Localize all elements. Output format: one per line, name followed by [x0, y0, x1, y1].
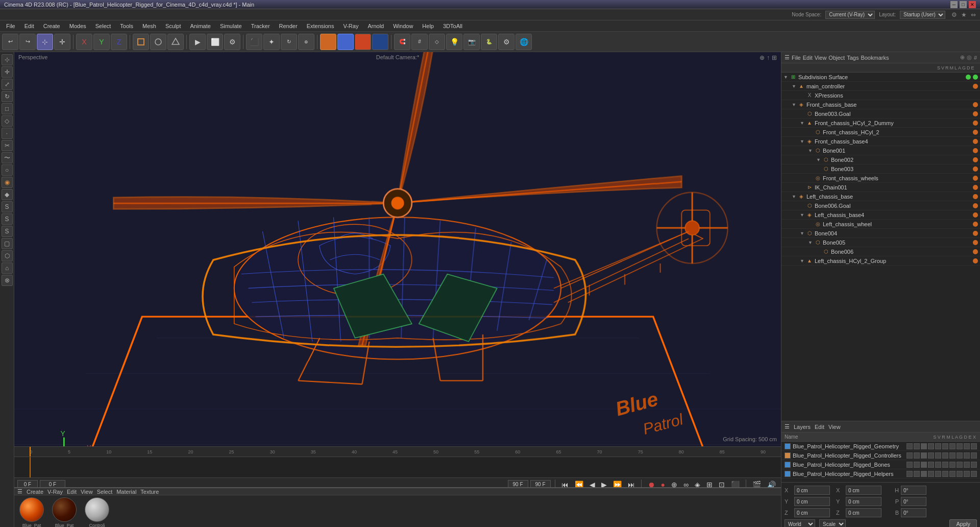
layers-view-menu[interactable]: View [828, 424, 841, 430]
lp-null-btn[interactable]: ⊗ [2, 275, 13, 286]
face-mode-button[interactable] [167, 34, 184, 50]
menu-edit[interactable]: Edit [20, 22, 38, 30]
vp-camera-icon[interactable]: ↑ [767, 54, 770, 61]
menu-animate[interactable]: Animate [186, 22, 215, 30]
viewport-canvas[interactable]: X Y Z [14, 52, 781, 446]
lp-sculpt-btn[interactable]: ◆ [2, 189, 13, 200]
om-tags-menu[interactable]: Tags [847, 55, 859, 61]
menu-arnold[interactable]: Arnold [363, 22, 388, 30]
om-item-bone003goal[interactable]: ⬡ Bone003.Goal [781, 109, 980, 118]
move-button[interactable]: ✛ [54, 34, 70, 50]
menu-window[interactable]: Window [389, 22, 417, 30]
lp-move-btn[interactable]: ✛ [2, 66, 13, 78]
lp-brush-btn[interactable]: ○ [2, 164, 13, 176]
mat-view-menu[interactable]: View [81, 489, 93, 495]
lp-point-btn[interactable]: · [2, 128, 13, 139]
lp-char-btn[interactable]: ⌂ [2, 262, 13, 274]
om-file-menu[interactable]: File [792, 55, 801, 61]
om-item-fcwheels[interactable]: ◎ Front_chassis_wheels [781, 174, 980, 183]
layers-list[interactable]: Blue_Patrol_Helicopter_Rigged_Geometry [781, 442, 980, 482]
om-item-lcb[interactable]: ▼ ◈ Left_chassis_base [781, 192, 980, 201]
om-item-subdivision[interactable]: ▼ ⊞ Subdivision Surface [781, 73, 980, 82]
vp-navigation-icon[interactable]: ⊕ [760, 54, 765, 61]
attr-y-size-input[interactable] [846, 497, 881, 506]
light-button[interactable]: 💡 [446, 34, 462, 50]
menu-mesh[interactable]: Mesh [138, 22, 160, 30]
om-bookmarks-menu[interactable]: Bookmarks [861, 55, 889, 61]
undo-button[interactable]: ↩ [2, 34, 18, 50]
om-edit-menu[interactable]: Edit [803, 55, 813, 61]
material-item-1[interactable]: Blue_Pat [17, 497, 46, 527]
scale-dropdown[interactable]: Scale Size [819, 519, 846, 527]
material-ball-2[interactable] [52, 497, 77, 522]
grid-button[interactable]: # [411, 34, 428, 50]
viewport[interactable]: ☰ View Cameras Display Filters Panel Per… [14, 52, 781, 446]
snap-button[interactable]: 🧲 [394, 34, 410, 50]
material-item-2[interactable]: Blue_Pat [50, 497, 79, 527]
mat-vray-menu[interactable]: V-Ray [47, 489, 63, 495]
lp-knife-btn[interactable]: ✂ [2, 140, 13, 151]
material-ball-1[interactable] [19, 497, 44, 522]
menu-simulate[interactable]: Simulate [216, 22, 246, 30]
om-item-front-chassis-base[interactable]: ▼ ◈ Front_chassis_base [781, 100, 980, 109]
attr-z-size-input[interactable] [846, 508, 881, 517]
layer-geometry[interactable]: Blue_Patrol_Helicopter_Rigged_Geometry [781, 442, 980, 451]
wireframe-button[interactable]: ◇ [429, 34, 445, 50]
lp-rig-btn[interactable]: S [2, 201, 13, 212]
om-object-menu[interactable]: Object [828, 55, 845, 61]
select-button[interactable]: ⊹ [37, 34, 53, 50]
layers-menu-icon[interactable]: ☰ [785, 423, 790, 430]
menu-3dtoall[interactable]: 3DToAll [439, 22, 467, 30]
om-item-lcwheel[interactable]: ◎ Left_chassis_wheel [781, 220, 980, 229]
attr-b-input[interactable] [901, 508, 926, 517]
menu-select[interactable]: Select [91, 22, 115, 30]
transform-tool-button[interactable]: ⊕ [298, 34, 314, 50]
attr-x-size-input[interactable] [846, 486, 881, 495]
rotate-x-button[interactable]: X [76, 34, 92, 50]
om-item-bone002[interactable]: ▼ ⬡ Bone002 [781, 155, 980, 164]
object-mode-button[interactable] [133, 34, 149, 50]
timeline-track[interactable] [14, 457, 781, 477]
menu-create[interactable]: Create [39, 22, 64, 30]
node-space-select[interactable]: Current (V-Ray) [825, 11, 875, 19]
lp-rotate-btn[interactable]: ↻ [2, 91, 13, 102]
om-item-main-controller[interactable]: ▼ ▲ main_controller [781, 82, 980, 91]
web-button[interactable]: 🌐 [516, 34, 532, 50]
menu-modes[interactable]: Modes [65, 22, 90, 30]
menu-vray[interactable]: V-Ray [339, 22, 362, 30]
menu-tools[interactable]: Tools [116, 22, 137, 30]
mat-menu-icon[interactable]: ☰ [17, 488, 22, 495]
redo-button[interactable]: ↪ [19, 34, 36, 50]
om-icon-3[interactable]: # [974, 55, 977, 61]
material4-button[interactable] [372, 34, 388, 50]
render-button[interactable]: ▶ [189, 34, 206, 50]
layer-helpers[interactable]: Blue_Patrol_Helicopter_Rigged_Helpers [781, 469, 980, 478]
om-item-xpressions[interactable]: X XPressions [781, 91, 980, 100]
material-item-3[interactable]: Controli [83, 497, 111, 527]
menu-extensions[interactable]: Extensions [303, 22, 338, 30]
menu-sculpt[interactable]: Sculpt [161, 22, 185, 30]
render-settings-button[interactable]: ⚙ [224, 34, 240, 50]
rotate-z-button[interactable]: Z [111, 34, 127, 50]
material1-button[interactable] [320, 34, 336, 50]
lp-edge-btn[interactable]: ◇ [2, 115, 13, 127]
menu-file[interactable]: File [2, 22, 19, 30]
minimize-button[interactable]: ─ [950, 1, 958, 8]
om-item-lchcyl2g[interactable]: ▼ ▲ Left_chassis_HCyl_2_Group [781, 256, 980, 266]
layout-select[interactable]: Startup (User) [900, 11, 945, 19]
menu-render[interactable]: Render [275, 22, 302, 30]
lp-poly-btn[interactable]: □ [2, 103, 13, 114]
attr-y-pos-input[interactable] [794, 497, 830, 506]
layers-layers-menu[interactable]: Layers [794, 424, 811, 430]
scale-tool-button[interactable]: ✦ [263, 34, 280, 50]
menu-help[interactable]: Help [418, 22, 438, 30]
rotate-tool-button[interactable]: ↻ [281, 34, 297, 50]
attr-z-pos-input[interactable] [794, 508, 830, 517]
om-list[interactable]: ▼ ⊞ Subdivision Surface ▼ ▲ main_control… [781, 73, 980, 421]
om-icon-1[interactable]: ⊕ [960, 54, 965, 61]
om-item-fch2d[interactable]: ▼ ▲ Front_chassis_HCyl_2_Dummy [781, 118, 980, 128]
om-item-lcb4[interactable]: ▼ ◈ Left_chassis_base4 [781, 210, 980, 220]
lp-camera2-btn[interactable]: ▢ [2, 238, 13, 249]
rotate-y-button[interactable]: Y [93, 34, 110, 50]
om-icon-2[interactable]: ◎ [967, 54, 972, 61]
